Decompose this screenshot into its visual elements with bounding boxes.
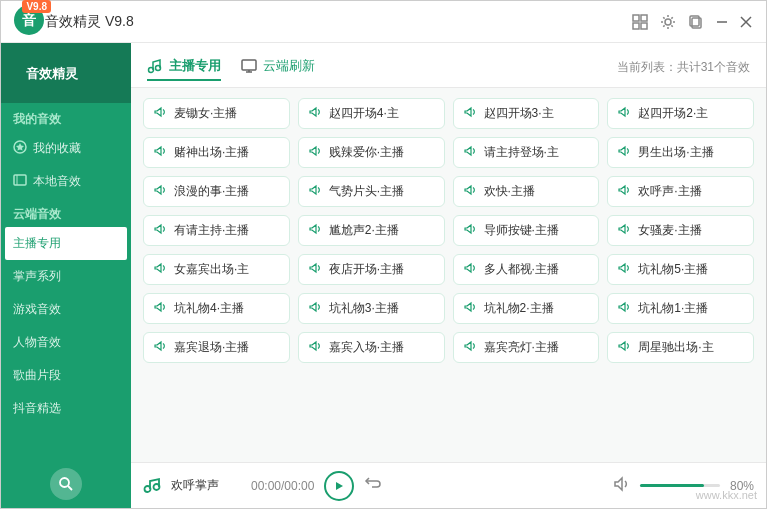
play-button[interactable] [324, 471, 354, 501]
sound-item-icon [618, 105, 632, 122]
sound-item-icon [618, 300, 632, 317]
cloud-section-title: 云端音效 [1, 198, 131, 227]
close-btn[interactable] [738, 14, 754, 30]
minimize-btn[interactable] [714, 14, 730, 30]
player-title: 欢呼掌声 [171, 477, 241, 494]
sound-item-label: 周星驰出场·主 [638, 339, 713, 356]
player-bar: 欢呼掌声 00:00/00:00 80% [131, 462, 766, 508]
sound-item[interactable]: 嘉宾亮灯·主播 [453, 332, 600, 363]
sound-item-icon [618, 183, 632, 200]
sidebar-item-favorites[interactable]: 我的收藏 [1, 132, 131, 165]
sound-item[interactable]: 欢快·主播 [453, 176, 600, 207]
sound-item-icon [309, 261, 323, 278]
star-icon [13, 140, 27, 157]
sound-item-label: 请主持登场·主 [484, 144, 559, 161]
sound-item-icon [309, 144, 323, 161]
sound-item[interactable]: 尴尬声2·主播 [298, 215, 445, 246]
sound-item-label: 赵四开场2·主 [638, 105, 708, 122]
minimize-icon [715, 15, 729, 29]
sound-grid-container[interactable]: 麦锄女·主播 赵四开场4·主 赵四开场3·主 赵四开场2·主 赌神出场·主播 [131, 88, 766, 462]
sidebar-item-anchor[interactable]: 主播专用 [5, 227, 127, 260]
sound-item[interactable]: 气势片头·主播 [298, 176, 445, 207]
sound-item[interactable]: 请主持登场·主 [453, 137, 600, 168]
sound-item-icon [154, 183, 168, 200]
sound-item[interactable]: 女骚麦·主播 [607, 215, 754, 246]
search-button[interactable] [50, 468, 82, 500]
volume-bar[interactable] [640, 484, 720, 487]
volume-icon [612, 475, 630, 493]
sound-item[interactable]: 坑礼物2·主播 [453, 293, 600, 324]
sound-item[interactable]: 夜店开场·主播 [298, 254, 445, 285]
sound-item-label: 浪漫的事·主播 [174, 183, 249, 200]
tab-anchor[interactable]: 主播专用 [147, 53, 221, 81]
sound-item-icon [154, 105, 168, 122]
sound-item-label: 欢呼声·主播 [638, 183, 701, 200]
tab-anchor-label: 主播专用 [169, 57, 221, 75]
volume-icon-btn[interactable] [612, 475, 630, 497]
sound-item-icon [618, 339, 632, 356]
sound-item-label: 欢快·主播 [484, 183, 535, 200]
sound-item-icon [309, 183, 323, 200]
sound-item[interactable]: 欢呼声·主播 [607, 176, 754, 207]
sound-item-label: 麦锄女·主播 [174, 105, 237, 122]
sound-item[interactable]: 坑礼物4·主播 [143, 293, 290, 324]
sound-item[interactable]: 赵四开场3·主 [453, 98, 600, 129]
sidebar-item-clap[interactable]: 掌声系列 [1, 260, 131, 293]
sound-item-label: 导师按键·主播 [484, 222, 559, 239]
sound-item[interactable]: 多人都视·主播 [453, 254, 600, 285]
sound-grid: 麦锄女·主播 赵四开场4·主 赵四开场3·主 赵四开场2·主 赌神出场·主播 [143, 98, 754, 363]
play-icon [333, 480, 345, 492]
svg-point-15 [60, 478, 69, 487]
sidebar-item-character[interactable]: 人物音效 [1, 326, 131, 359]
svg-point-17 [149, 68, 154, 73]
settings-icon [660, 14, 676, 30]
clap-label: 掌声系列 [13, 268, 61, 285]
player-controls [364, 475, 382, 497]
sidebar-item-local[interactable]: 本地音效 [1, 165, 131, 198]
sound-item[interactable]: 男生出场·主播 [607, 137, 754, 168]
sound-item-icon [464, 183, 478, 200]
sound-item[interactable]: 坑礼物5·主播 [607, 254, 754, 285]
sound-item[interactable]: 周星驰出场·主 [607, 332, 754, 363]
sound-item[interactable]: 导师按键·主播 [453, 215, 600, 246]
sidebar-item-game[interactable]: 游戏音效 [1, 293, 131, 326]
grid-icon-btn[interactable] [630, 12, 650, 32]
sound-item-icon [154, 222, 168, 239]
sound-item[interactable]: 贱辣爱你·主播 [298, 137, 445, 168]
settings-btn[interactable] [658, 12, 678, 32]
sidebar-item-douyin[interactable]: 抖音精选 [1, 392, 131, 425]
sound-item-label: 坑礼物1·主播 [638, 300, 708, 317]
search-area [1, 460, 131, 508]
loop-btn[interactable] [364, 475, 382, 497]
sidebar-logo-svg: 音效精灵 [21, 48, 111, 98]
sound-item[interactable]: 有请主持·主播 [143, 215, 290, 246]
sound-item[interactable]: 坑礼物1·主播 [607, 293, 754, 324]
sound-item[interactable]: 女嘉宾出场·主 [143, 254, 290, 285]
sound-item[interactable]: 赵四开场4·主 [298, 98, 445, 129]
sound-item[interactable]: 嘉宾入场·主播 [298, 332, 445, 363]
copy-btn[interactable] [686, 12, 706, 32]
sound-count: 当前列表：共计31个音效 [617, 59, 750, 76]
sound-item-label: 气势片头·主播 [329, 183, 404, 200]
tab-refresh[interactable]: 云端刷新 [241, 53, 315, 81]
sound-item[interactable]: 麦锄女·主播 [143, 98, 290, 129]
sound-item-label: 女骚麦·主播 [638, 222, 701, 239]
sound-item-label: 坑礼物4·主播 [174, 300, 244, 317]
sound-item-icon [464, 144, 478, 161]
sound-item[interactable]: 赌神出场·主播 [143, 137, 290, 168]
app-logo: 音 V9.8 [13, 4, 45, 40]
sound-item[interactable]: 坑礼物3·主播 [298, 293, 445, 324]
sound-item-label: 赵四开场4·主 [329, 105, 399, 122]
sound-item-label: 坑礼物5·主播 [638, 261, 708, 278]
svg-point-23 [154, 484, 160, 490]
game-label: 游戏音效 [13, 301, 61, 318]
sound-item[interactable]: 浪漫的事·主播 [143, 176, 290, 207]
sound-item-icon [464, 222, 478, 239]
sidebar-item-song[interactable]: 歌曲片段 [1, 359, 131, 392]
sound-item-label: 嘉宾退场·主播 [174, 339, 249, 356]
svg-marker-24 [336, 482, 343, 490]
sound-item[interactable]: 赵四开场2·主 [607, 98, 754, 129]
sound-item[interactable]: 嘉宾退场·主播 [143, 332, 290, 363]
sound-item-icon [464, 300, 478, 317]
svg-rect-14 [14, 175, 26, 185]
